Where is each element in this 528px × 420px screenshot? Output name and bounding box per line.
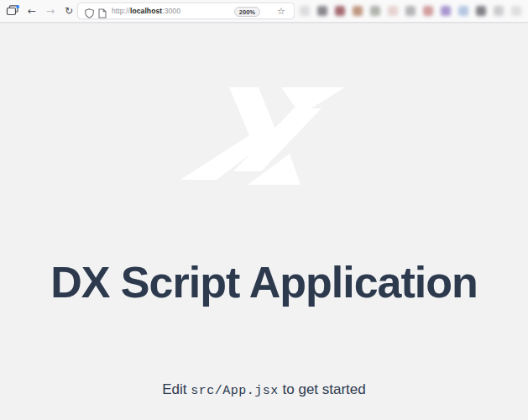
extension-icon[interactable] — [511, 6, 521, 16]
extension-icon[interactable] — [441, 6, 451, 16]
extension-icon[interactable] — [405, 6, 416, 16]
reload-button[interactable]: ↻ — [61, 0, 76, 22]
url-text: http://localhost:3000 — [112, 3, 180, 18]
tab-overview-icon[interactable] — [6, 5, 20, 17]
bookmark-star-icon[interactable]: ☆ — [275, 3, 287, 20]
zoom-level-badge[interactable]: 200% — [234, 7, 260, 17]
getting-started-text: Edit src/App.jsx to get started — [0, 380, 528, 402]
forward-button[interactable]: → — [43, 0, 58, 22]
subtext-prefix: Edit — [162, 381, 191, 397]
subtext-code-path: src/App.jsx — [191, 384, 279, 398]
dx-logo-watermark — [180, 87, 346, 186]
tracking-protection-shield-icon[interactable] — [85, 7, 94, 22]
extension-icons — [300, 6, 521, 17]
extension-icon[interactable] — [458, 6, 468, 16]
web-page: DX Script Application Edit src/App.jsx t… — [0, 24, 528, 420]
extension-icon[interactable] — [353, 6, 363, 16]
extension-icon[interactable] — [388, 6, 398, 16]
address-bar[interactable]: http://localhost:3000 200% ☆ — [77, 3, 295, 19]
extension-icon[interactable] — [300, 6, 310, 16]
url-scheme: http:// — [112, 7, 130, 15]
extension-icon[interactable] — [423, 6, 433, 16]
extension-icon[interactable] — [494, 6, 504, 16]
page-title: DX Script Application — [0, 255, 528, 312]
subtext-suffix: to get started — [279, 381, 366, 397]
extension-icon[interactable] — [476, 6, 486, 16]
browser-window: ← → ↻ http://localhost:3000 200% ☆ — [0, 0, 528, 420]
extension-icon[interactable] — [317, 6, 327, 16]
page-info-icon[interactable] — [98, 7, 107, 22]
back-button[interactable]: ← — [24, 0, 39, 22]
browser-toolbar: ← → ↻ http://localhost:3000 200% ☆ — [0, 0, 528, 23]
extension-icon[interactable] — [335, 6, 345, 16]
extension-icon[interactable] — [370, 6, 380, 16]
url-port: :3000 — [162, 7, 180, 15]
url-host: localhost — [130, 7, 162, 15]
